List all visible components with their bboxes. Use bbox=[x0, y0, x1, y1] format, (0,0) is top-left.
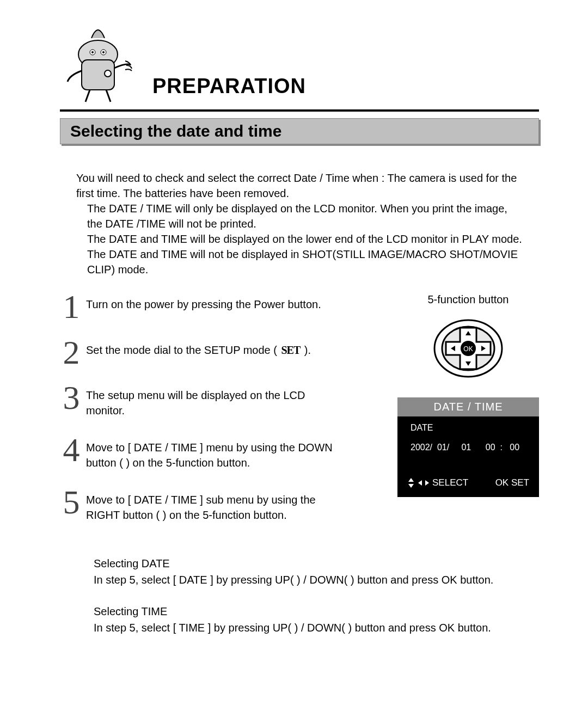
lcd-date-row: DATE bbox=[397, 416, 539, 433]
step-text-a: Set the mode dial to the SETUP mode ( bbox=[86, 344, 280, 356]
up-down-icon bbox=[407, 478, 415, 488]
mascot-illustration bbox=[60, 16, 136, 106]
step-text: Turn on the power by pressing the Power … bbox=[86, 293, 321, 312]
lcd-values: 2002/ 01/ 01 00 : 00 bbox=[397, 433, 539, 459]
svg-point-6 bbox=[102, 51, 105, 53]
step-2: 2 Set the mode dial to the SETUP mode ( … bbox=[60, 339, 387, 366]
step-number: 2 bbox=[60, 339, 83, 366]
step-text: The setup menu will be displayed on the … bbox=[86, 384, 342, 418]
step-number: 1 bbox=[60, 293, 83, 321]
dpad-illustration: OK bbox=[397, 316, 539, 381]
lcd-footer: SELECT OK SET bbox=[397, 470, 539, 492]
set-mode-icon: SET bbox=[280, 342, 301, 358]
lcd-date-label: DATE bbox=[411, 423, 433, 432]
intro-text: You will need to check and select the co… bbox=[76, 170, 523, 201]
selecting-date-block: Selecting DATE In step 5, select [ DATE … bbox=[94, 555, 539, 588]
step-text-b: ). bbox=[301, 344, 311, 356]
selecting-time-block: Selecting TIME In step 5, select [ TIME … bbox=[94, 603, 539, 636]
intro-sub-2: The DATE and TIME will be displayed on t… bbox=[76, 231, 523, 247]
intro-block: You will need to check and select the co… bbox=[76, 170, 523, 277]
svg-point-2 bbox=[105, 70, 111, 77]
lcd-preview: DATE / TIME DATE 2002/ 01/ 01 00 : 00 SE… bbox=[397, 397, 539, 497]
step-number: 5 bbox=[60, 489, 83, 516]
selecting-time-text: In step 5, select [ TIME ] by pressing U… bbox=[94, 620, 539, 636]
intro-sub-3: The DATE and TIME will not be displayed … bbox=[76, 247, 523, 277]
dpad-icon: OK bbox=[430, 316, 506, 381]
step-number: 3 bbox=[60, 384, 83, 412]
svg-marker-14 bbox=[408, 478, 414, 482]
post-steps: Selecting DATE In step 5, select [ DATE … bbox=[94, 555, 539, 636]
steps-list: 1 Turn on the power by pressing the Powe… bbox=[60, 293, 387, 541]
svg-marker-16 bbox=[418, 480, 422, 486]
ok-label: OK bbox=[463, 345, 473, 353]
header-rule bbox=[60, 109, 539, 112]
svg-marker-17 bbox=[425, 480, 429, 486]
step-3: 3 The setup menu will be displayed on th… bbox=[60, 384, 387, 418]
manual-page: PREPARATION Selecting the date and time … bbox=[0, 0, 588, 705]
mascot-icon bbox=[60, 16, 136, 106]
steps-area: 1 Turn on the power by pressing the Powe… bbox=[60, 293, 539, 541]
left-right-icon bbox=[418, 480, 429, 486]
intro-sub-1: The DATE / TIME will only be displayed o… bbox=[76, 201, 523, 231]
step-text: Move to [ DATE / TIME ] sub menu by usin… bbox=[86, 489, 342, 523]
step-number: 4 bbox=[60, 437, 83, 464]
selecting-time-heading: Selecting TIME bbox=[94, 603, 539, 620]
right-column: 5-function button OK DATE / TIME DA bbox=[397, 293, 539, 497]
lcd-title: DATE / TIME bbox=[397, 397, 539, 416]
lcd-nav-icons: SELECT bbox=[407, 477, 468, 488]
selecting-date-text: In step 5, select [ DATE ] by pressing U… bbox=[94, 572, 539, 588]
lcd-okset-label: OK SET bbox=[495, 477, 529, 488]
lcd-select-label: SELECT bbox=[432, 477, 468, 488]
step-1: 1 Turn on the power by pressing the Powe… bbox=[60, 293, 387, 321]
step-4: 4 Move to [ DATE / TIME ] menu by using … bbox=[60, 437, 387, 470]
step-5: 5 Move to [ DATE / TIME ] sub menu by us… bbox=[60, 489, 387, 523]
svg-marker-15 bbox=[408, 484, 414, 488]
selecting-date-heading: Selecting DATE bbox=[94, 555, 539, 572]
step-text: Move to [ DATE / TIME ] menu by using th… bbox=[86, 437, 342, 470]
header-row: PREPARATION bbox=[60, 16, 539, 106]
svg-point-5 bbox=[91, 51, 94, 53]
step-text: Set the mode dial to the SETUP mode ( SE… bbox=[86, 339, 311, 358]
dpad-caption: 5-function button bbox=[397, 293, 539, 306]
page-title: PREPARATION bbox=[152, 75, 306, 98]
section-title: Selecting the date and time bbox=[60, 118, 539, 144]
